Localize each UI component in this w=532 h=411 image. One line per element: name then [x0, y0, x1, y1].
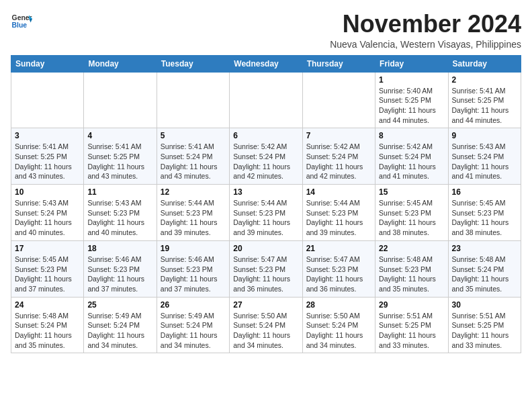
- day-info: Sunrise: 5:43 AM Sunset: 5:24 PM Dayligh…: [452, 142, 517, 181]
- day-info: Sunrise: 5:42 AM Sunset: 5:24 PM Dayligh…: [306, 142, 371, 181]
- calendar-week-row: 17Sunrise: 5:45 AM Sunset: 5:23 PM Dayli…: [11, 240, 521, 297]
- calendar-cell: 5Sunrise: 5:41 AM Sunset: 5:24 PM Daylig…: [157, 128, 229, 185]
- day-number: 28: [306, 300, 371, 310]
- day-info: Sunrise: 5:44 AM Sunset: 5:23 PM Dayligh…: [161, 198, 226, 238]
- weekday-header-sunday: Sunday: [11, 55, 84, 72]
- day-number: 10: [15, 187, 80, 197]
- day-number: 19: [161, 244, 226, 253]
- day-info: Sunrise: 5:47 AM Sunset: 5:23 PM Dayligh…: [233, 255, 298, 294]
- calendar-cell: 23Sunrise: 5:48 AM Sunset: 5:24 PM Dayli…: [448, 240, 521, 297]
- day-info: Sunrise: 5:44 AM Sunset: 5:23 PM Dayligh…: [233, 198, 298, 238]
- calendar-week-row: 24Sunrise: 5:48 AM Sunset: 5:24 PM Dayli…: [11, 297, 521, 353]
- calendar-cell: [84, 72, 157, 128]
- day-info: Sunrise: 5:51 AM Sunset: 5:25 PM Dayligh…: [452, 311, 517, 351]
- day-number: 16: [452, 187, 517, 197]
- calendar-week-row: 3Sunrise: 5:41 AM Sunset: 5:25 PM Daylig…: [11, 128, 521, 185]
- month-title: November 2024: [330, 11, 521, 38]
- day-number: 2: [452, 75, 517, 85]
- calendar-cell: 30Sunrise: 5:51 AM Sunset: 5:25 PM Dayli…: [448, 297, 521, 353]
- calendar-cell: [230, 72, 302, 128]
- calendar-cell: 16Sunrise: 5:45 AM Sunset: 5:23 PM Dayli…: [448, 185, 521, 241]
- day-info: Sunrise: 5:45 AM Sunset: 5:23 PM Dayligh…: [452, 198, 517, 238]
- day-number: 29: [379, 300, 444, 310]
- day-number: 13: [233, 187, 298, 197]
- day-info: Sunrise: 5:43 AM Sunset: 5:23 PM Dayligh…: [87, 198, 152, 238]
- weekday-header-monday: Monday: [84, 55, 157, 72]
- day-info: Sunrise: 5:44 AM Sunset: 5:23 PM Dayligh…: [306, 198, 371, 238]
- calendar-cell: 25Sunrise: 5:49 AM Sunset: 5:24 PM Dayli…: [84, 297, 157, 353]
- day-number: 27: [233, 300, 298, 310]
- calendar-cell: 21Sunrise: 5:47 AM Sunset: 5:23 PM Dayli…: [302, 240, 375, 297]
- calendar-cell: 9Sunrise: 5:43 AM Sunset: 5:24 PM Daylig…: [448, 128, 521, 185]
- day-info: Sunrise: 5:46 AM Sunset: 5:23 PM Dayligh…: [161, 255, 226, 294]
- day-number: 25: [87, 300, 152, 310]
- weekday-header-wednesday: Wednesday: [230, 55, 302, 72]
- day-number: 12: [161, 187, 226, 197]
- weekday-header-thursday: Thursday: [302, 55, 375, 72]
- calendar-cell: 19Sunrise: 5:46 AM Sunset: 5:23 PM Dayli…: [157, 240, 229, 297]
- calendar-cell: 1Sunrise: 5:40 AM Sunset: 5:25 PM Daylig…: [375, 72, 448, 128]
- day-number: 18: [87, 244, 152, 253]
- day-info: Sunrise: 5:41 AM Sunset: 5:25 PM Dayligh…: [87, 142, 152, 181]
- calendar-cell: 22Sunrise: 5:48 AM Sunset: 5:23 PM Dayli…: [375, 240, 448, 297]
- day-info: Sunrise: 5:49 AM Sunset: 5:24 PM Dayligh…: [87, 311, 152, 351]
- day-number: 30: [452, 300, 517, 310]
- day-info: Sunrise: 5:42 AM Sunset: 5:24 PM Dayligh…: [233, 142, 298, 181]
- calendar-cell: 11Sunrise: 5:43 AM Sunset: 5:23 PM Dayli…: [84, 185, 157, 241]
- calendar-cell: 12Sunrise: 5:44 AM Sunset: 5:23 PM Dayli…: [157, 185, 229, 241]
- weekday-header-tuesday: Tuesday: [157, 55, 229, 72]
- calendar-cell: 3Sunrise: 5:41 AM Sunset: 5:25 PM Daylig…: [11, 128, 84, 185]
- title-block: November 2024 Nueva Valencia, Western Vi…: [330, 11, 521, 50]
- logo: General Blue: [11, 11, 32, 32]
- day-info: Sunrise: 5:41 AM Sunset: 5:25 PM Dayligh…: [452, 86, 517, 126]
- day-info: Sunrise: 5:48 AM Sunset: 5:24 PM Dayligh…: [15, 311, 80, 351]
- weekday-header-row: SundayMondayTuesdayWednesdayThursdayFrid…: [11, 55, 521, 72]
- calendar-table: SundayMondayTuesdayWednesdayThursdayFrid…: [11, 55, 521, 354]
- day-number: 24: [15, 300, 80, 310]
- day-number: 9: [452, 131, 517, 140]
- calendar-cell: 2Sunrise: 5:41 AM Sunset: 5:25 PM Daylig…: [448, 72, 521, 128]
- day-info: Sunrise: 5:45 AM Sunset: 5:23 PM Dayligh…: [15, 255, 80, 294]
- calendar-week-row: 1Sunrise: 5:40 AM Sunset: 5:25 PM Daylig…: [11, 72, 521, 128]
- day-number: 20: [233, 244, 298, 253]
- day-info: Sunrise: 5:51 AM Sunset: 5:25 PM Dayligh…: [379, 311, 444, 351]
- calendar-cell: 20Sunrise: 5:47 AM Sunset: 5:23 PM Dayli…: [230, 240, 302, 297]
- day-info: Sunrise: 5:47 AM Sunset: 5:23 PM Dayligh…: [306, 255, 371, 294]
- weekday-header-saturday: Saturday: [448, 55, 521, 72]
- weekday-header-friday: Friday: [375, 55, 448, 72]
- day-info: Sunrise: 5:49 AM Sunset: 5:24 PM Dayligh…: [161, 311, 226, 351]
- location-subtitle: Nueva Valencia, Western Visayas, Philipp…: [330, 39, 521, 50]
- day-number: 8: [379, 131, 444, 140]
- day-number: 22: [379, 244, 444, 253]
- day-number: 6: [233, 131, 298, 140]
- calendar-cell: 10Sunrise: 5:43 AM Sunset: 5:24 PM Dayli…: [11, 185, 84, 241]
- day-info: Sunrise: 5:50 AM Sunset: 5:24 PM Dayligh…: [233, 311, 298, 351]
- calendar-cell: [302, 72, 375, 128]
- svg-text:Blue: Blue: [12, 21, 28, 29]
- calendar-cell: 24Sunrise: 5:48 AM Sunset: 5:24 PM Dayli…: [11, 297, 84, 353]
- day-info: Sunrise: 5:45 AM Sunset: 5:23 PM Dayligh…: [379, 198, 444, 238]
- calendar-cell: 4Sunrise: 5:41 AM Sunset: 5:25 PM Daylig…: [84, 128, 157, 185]
- day-info: Sunrise: 5:48 AM Sunset: 5:23 PM Dayligh…: [379, 255, 444, 294]
- day-number: 17: [15, 244, 80, 253]
- day-info: Sunrise: 5:41 AM Sunset: 5:25 PM Dayligh…: [15, 142, 80, 181]
- calendar-cell: 17Sunrise: 5:45 AM Sunset: 5:23 PM Dayli…: [11, 240, 84, 297]
- calendar-week-row: 10Sunrise: 5:43 AM Sunset: 5:24 PM Dayli…: [11, 185, 521, 241]
- calendar-cell: 26Sunrise: 5:49 AM Sunset: 5:24 PM Dayli…: [157, 297, 229, 353]
- calendar-cell: 28Sunrise: 5:50 AM Sunset: 5:24 PM Dayli…: [302, 297, 375, 353]
- page-header: General Blue November 2024 Nueva Valenci…: [11, 11, 521, 50]
- calendar-cell: 13Sunrise: 5:44 AM Sunset: 5:23 PM Dayli…: [230, 185, 302, 241]
- day-info: Sunrise: 5:46 AM Sunset: 5:23 PM Dayligh…: [87, 255, 152, 294]
- day-number: 21: [306, 244, 371, 253]
- calendar-cell: 15Sunrise: 5:45 AM Sunset: 5:23 PM Dayli…: [375, 185, 448, 241]
- day-number: 23: [452, 244, 517, 253]
- calendar-cell: [157, 72, 229, 128]
- day-number: 5: [161, 131, 226, 140]
- day-info: Sunrise: 5:42 AM Sunset: 5:24 PM Dayligh…: [379, 142, 444, 181]
- day-number: 26: [161, 300, 226, 310]
- day-number: 7: [306, 131, 371, 140]
- day-info: Sunrise: 5:40 AM Sunset: 5:25 PM Dayligh…: [379, 86, 444, 126]
- day-number: 3: [15, 131, 80, 140]
- day-info: Sunrise: 5:43 AM Sunset: 5:24 PM Dayligh…: [15, 198, 80, 238]
- calendar-cell: 7Sunrise: 5:42 AM Sunset: 5:24 PM Daylig…: [302, 128, 375, 185]
